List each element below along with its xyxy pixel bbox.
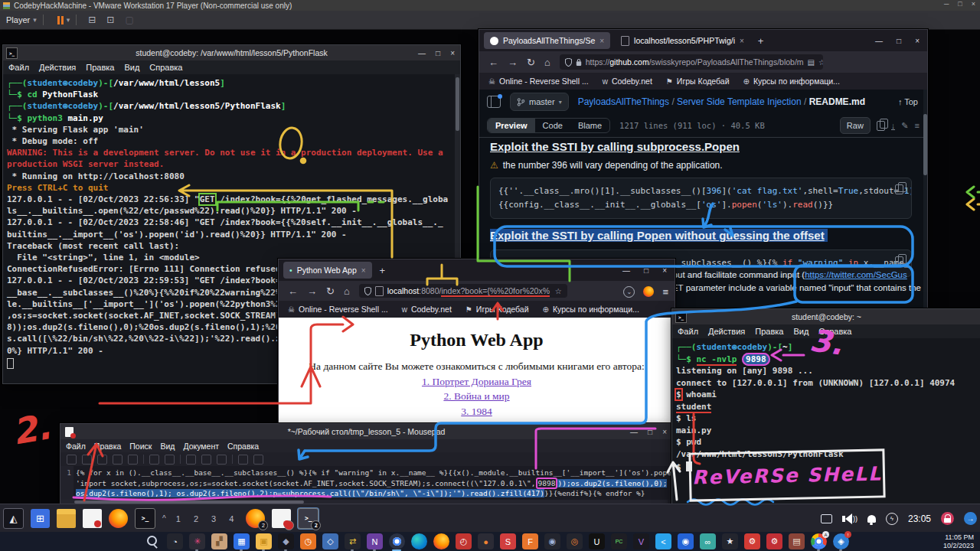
undo-icon[interactable] <box>149 455 159 465</box>
volume-icon[interactable]: )) <box>842 514 858 524</box>
window-controls[interactable]: —□× <box>875 30 920 51</box>
vmware-icon[interactable]: ◇ <box>322 533 338 549</box>
outline-icon[interactable]: ≡ <box>915 121 920 130</box>
menu-вид[interactable]: Вид <box>793 327 808 336</box>
unreal-icon[interactable]: U <box>589 533 605 549</box>
slack-app-icon[interactable]: ✳ <box>189 533 205 549</box>
mousepad-window-button[interactable] <box>272 509 291 528</box>
obsidian-app-icon[interactable]: ◆ <box>278 533 294 549</box>
view-tab-code[interactable]: Code <box>535 119 570 132</box>
s-app-icon[interactable]: S <box>500 533 516 549</box>
breadcrumb-item[interactable]: PayloadsAllTheThings <box>578 96 669 107</box>
new-tab-button[interactable]: + <box>380 265 386 276</box>
f-app-icon[interactable]: F <box>522 533 538 549</box>
save-icon[interactable] <box>97 455 107 465</box>
scrollbar[interactable] <box>923 90 927 337</box>
window-controls[interactable]: —□× <box>418 45 455 60</box>
bookmark-star-icon[interactable]: ☆ <box>818 58 823 67</box>
cut-icon[interactable] <box>186 455 196 465</box>
tab-localhost-phptwig[interactable]: localhost/lesson5/PHPTwig/i × <box>615 32 750 49</box>
sidebar-toggle-icon[interactable] <box>487 96 501 108</box>
replace-icon[interactable] <box>253 455 263 465</box>
firefox-icon[interactable] <box>109 509 128 528</box>
book-link[interactable]: 1. Портрет Дориана Грея <box>279 376 675 388</box>
copy-icon[interactable] <box>877 121 885 131</box>
menu-файл[interactable]: Файл <box>66 442 86 451</box>
player-menu[interactable]: Player <box>6 15 30 24</box>
calendar-app-icon[interactable]: ▦ <box>234 533 250 549</box>
find-icon[interactable] <box>238 455 248 465</box>
reader-view-icon[interactable]: ▤ <box>808 58 815 67</box>
bookmark-item[interactable]: ⊕Курсы по информаци... <box>743 77 840 86</box>
bookmark-item[interactable]: ⊕Курсы по информаци... <box>543 305 639 314</box>
close-button[interactable]: × <box>915 37 920 45</box>
close-button[interactable]: × <box>662 266 667 275</box>
editor-text[interactable]: {% for x in ().__class__.__base__.__subc… <box>76 468 672 499</box>
pocket-icon[interactable]: ⌄ <box>623 286 635 298</box>
close-button[interactable]: × <box>972 0 975 8</box>
forward-button[interactable]: → <box>307 285 317 297</box>
minimize-button[interactable]: — <box>622 266 630 275</box>
bookmark-item[interactable]: ⚑Игры Кодебай <box>666 77 730 86</box>
mousepad-icon[interactable] <box>83 509 102 528</box>
settings-red2-icon[interactable]: ⚙ <box>766 533 782 549</box>
maximize-button[interactable]: □ <box>897 37 901 45</box>
minimize-button[interactable]: — <box>875 37 883 45</box>
alarm-app-icon[interactable]: ◷ <box>300 533 316 549</box>
minimize-button[interactable]: ─ <box>944 0 949 8</box>
save-as-icon[interactable] <box>113 455 122 465</box>
power-icon[interactable]: ϟ <box>886 513 898 525</box>
heading-subprocess-popen[interactable]: Exploit the SSTI by calling subprocess.P… <box>490 140 912 153</box>
minimize-button[interactable]: — <box>630 428 638 436</box>
arrows-app-icon[interactable]: ⇄ <box>345 533 361 549</box>
bookmark-item[interactable]: ☠Online - Reverse Shell ... <box>288 305 388 314</box>
firefox-icon[interactable] <box>433 533 449 549</box>
notifications-bell-icon[interactable] <box>867 515 876 523</box>
menu-правка[interactable]: Правка <box>86 63 114 72</box>
maximize-button[interactable]: □ <box>436 49 440 57</box>
reload-button[interactable]: ↻ <box>527 57 535 68</box>
menu-файл[interactable]: Файл <box>678 327 698 336</box>
bookmark-item[interactable]: wCodeby.net <box>603 77 652 86</box>
menu-правка[interactable]: Правка <box>94 442 121 451</box>
blender-icon[interactable]: ◎ <box>567 533 583 549</box>
vmware-tool-icon[interactable]: ⊟ <box>88 15 96 25</box>
copy-icon[interactable] <box>895 256 903 266</box>
tab-close-icon[interactable]: × <box>740 37 744 45</box>
pycharm-icon[interactable]: PC <box>611 533 627 549</box>
book-link[interactable]: 2. Война и мир <box>279 390 675 403</box>
raw-button[interactable]: Raw <box>840 117 871 134</box>
chevron-up-icon[interactable]: ^ <box>162 514 166 523</box>
vmware-tool-icon[interactable]: ⊡ <box>106 15 114 25</box>
settings-red-icon[interactable]: ⚙ <box>744 533 760 549</box>
chrome-profile-icon[interactable]: A <box>811 533 827 549</box>
tab-close-icon[interactable]: × <box>361 266 366 275</box>
menu-действия[interactable]: Действия <box>39 63 76 72</box>
new-tab-button[interactable]: + <box>758 35 764 47</box>
co-app-icon[interactable]: ∞ <box>700 533 716 549</box>
pinwheel-app-icon[interactable]: ◈! <box>833 533 849 549</box>
menu-справка[interactable]: Справка <box>149 63 182 72</box>
onenote-icon[interactable]: N <box>367 533 383 549</box>
forward-button[interactable]: → <box>508 57 518 68</box>
menu-icon[interactable]: ≡ <box>662 286 668 298</box>
bookmark-item[interactable]: wCodeby.net <box>402 305 452 314</box>
maps-app-icon[interactable]: ◉ <box>678 533 694 549</box>
terminal-titlebar[interactable]: >_ student@codeby: /var/www/html/lesson5… <box>3 45 460 60</box>
reload-button[interactable]: ↻ <box>326 285 335 297</box>
redo-icon[interactable] <box>165 455 175 465</box>
copy-icon[interactable] <box>201 455 211 465</box>
maximize-button[interactable]: □ <box>648 428 652 436</box>
terminal-titlebar[interactable]: >_ student@codeby: ~ <box>672 309 980 324</box>
maximize-button[interactable]: □ <box>644 266 648 275</box>
window-list-icon[interactable] <box>821 514 832 523</box>
window-controls[interactable]: —□× <box>630 424 667 439</box>
back-to-top-link[interactable]: ↑ Top <box>898 97 918 106</box>
menu-правка[interactable]: Правка <box>755 327 783 336</box>
pause-button[interactable] <box>57 16 64 24</box>
firefox-window-button[interactable]: 2 <box>246 509 265 528</box>
menu-вид[interactable]: Вид <box>124 63 139 72</box>
gauge-app-icon[interactable]: ◔ <box>167 533 183 549</box>
view-tab-preview[interactable]: Preview <box>488 119 535 132</box>
menu-действия[interactable]: Действия <box>708 327 745 336</box>
